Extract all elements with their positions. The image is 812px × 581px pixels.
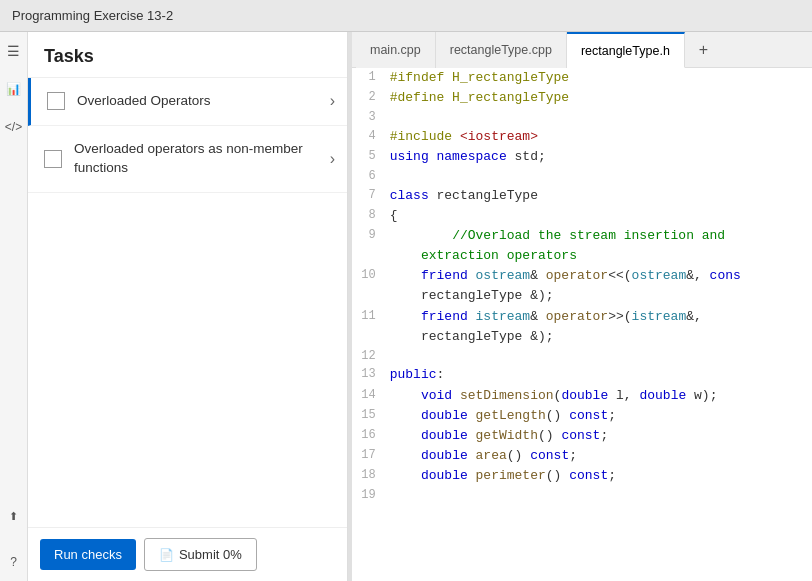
line-content: void setDimension(double l, double w); (386, 386, 812, 406)
line-number: 1 (352, 68, 386, 88)
line-number: 16 (352, 426, 386, 446)
line-content: #include <iostream> (386, 127, 812, 147)
code-line: 19 (352, 486, 812, 505)
line-number: 6 (352, 167, 386, 186)
code-line: 17 double area() const; (352, 446, 812, 466)
submit-label: Submit 0% (179, 547, 242, 562)
share-icon[interactable]: ⬆ (3, 505, 25, 527)
tasks-footer: Run checks 📄 Submit 0% (28, 527, 347, 581)
line-content (386, 167, 812, 186)
task-checkbox-1[interactable] (47, 92, 65, 110)
tab-rectangletype-cpp[interactable]: rectangleType.cpp (436, 32, 567, 68)
code-line: 9 //Overload the stream insertion and ex… (352, 226, 812, 266)
line-content: //Overload the stream insertion and extr… (386, 226, 812, 266)
code-line: 13 public: (352, 365, 812, 385)
add-tab-button[interactable]: + (689, 32, 718, 68)
code-line: 14 void setDimension(double l, double w)… (352, 386, 812, 406)
code-line: 7 class rectangleType (352, 186, 812, 206)
code-table: 1 #ifndef H_rectangleType 2 #define H_re… (352, 68, 812, 505)
line-number: 15 (352, 406, 386, 426)
line-number: 3 (352, 108, 386, 127)
line-content (386, 108, 812, 127)
code-line: 4 #include <iostream> (352, 127, 812, 147)
code-line: 1 #ifndef H_rectangleType (352, 68, 812, 88)
code-line: 18 double perimeter() const; (352, 466, 812, 486)
line-content: double perimeter() const; (386, 466, 812, 486)
line-number: 4 (352, 127, 386, 147)
submit-icon: 📄 (159, 548, 174, 562)
line-content: double getWidth() const; (386, 426, 812, 446)
icon-sidebar: ☰ 📊 </> ⬆ ? (0, 32, 28, 581)
submit-button[interactable]: 📄 Submit 0% (144, 538, 257, 571)
code-line: 5 using namespace std; (352, 147, 812, 167)
line-content: double getLength() const; (386, 406, 812, 426)
line-content (386, 347, 812, 366)
task-checkbox-2[interactable] (44, 150, 62, 168)
tab-rectangletype-h[interactable]: rectangleType.h (567, 32, 685, 68)
line-number: 8 (352, 206, 386, 226)
code-line: 6 (352, 167, 812, 186)
line-number: 11 (352, 307, 386, 347)
task-label-1: Overloaded Operators (77, 92, 322, 111)
line-number: 5 (352, 147, 386, 167)
line-number: 18 (352, 466, 386, 486)
tabs-bar: main.cpp rectangleType.cpp rectangleType… (352, 32, 812, 68)
help-icon[interactable]: ? (3, 551, 25, 573)
tasks-title: Tasks (44, 46, 94, 67)
line-number: 10 (352, 266, 386, 306)
window-title: Programming Exercise 13-2 (12, 8, 173, 23)
line-number: 9 (352, 226, 386, 266)
line-content: class rectangleType (386, 186, 812, 206)
code-icon[interactable]: </> (3, 116, 25, 138)
code-line: 15 double getLength() const; (352, 406, 812, 426)
line-content: using namespace std; (386, 147, 812, 167)
chart-icon[interactable]: 📊 (3, 78, 25, 100)
line-number: 2 (352, 88, 386, 108)
code-line: 2 #define H_rectangleType (352, 88, 812, 108)
task-chevron-2: › (330, 150, 335, 168)
line-number: 7 (352, 186, 386, 206)
line-content: #ifndef H_rectangleType (386, 68, 812, 88)
task-item[interactable]: Overloaded operators as non-member funct… (28, 126, 347, 193)
task-label-2: Overloaded operators as non-member funct… (74, 140, 322, 178)
tasks-header: Tasks (28, 32, 347, 78)
line-content: friend ostream& operator<<(ostream&, con… (386, 266, 812, 306)
line-number: 17 (352, 446, 386, 466)
code-line: 10 friend ostream& operator<<(ostream&, … (352, 266, 812, 306)
code-line: 3 (352, 108, 812, 127)
code-line: 11 friend istream& operator>>(istream&, … (352, 307, 812, 347)
line-content: { (386, 206, 812, 226)
task-item[interactable]: Overloaded Operators › (28, 78, 347, 126)
run-checks-button[interactable]: Run checks (40, 539, 136, 570)
tasks-list: Overloaded Operators › Overloaded operat… (28, 78, 347, 527)
line-number: 13 (352, 365, 386, 385)
line-content: #define H_rectangleType (386, 88, 812, 108)
tasks-list-icon[interactable]: ☰ (3, 40, 25, 62)
line-number: 14 (352, 386, 386, 406)
tasks-panel: Tasks Overloaded Operators › Overloaded … (28, 32, 348, 581)
line-content (386, 486, 812, 505)
line-number: 19 (352, 486, 386, 505)
code-line: 12 (352, 347, 812, 366)
line-number: 12 (352, 347, 386, 366)
task-chevron-1: › (330, 92, 335, 110)
tab-main-cpp[interactable]: main.cpp (356, 32, 436, 68)
code-editor[interactable]: 1 #ifndef H_rectangleType 2 #define H_re… (352, 68, 812, 581)
line-content: public: (386, 365, 812, 385)
editor-area: main.cpp rectangleType.cpp rectangleType… (352, 32, 812, 581)
line-content: friend istream& operator>>(istream&, rec… (386, 307, 812, 347)
top-bar: Programming Exercise 13-2 (0, 0, 812, 32)
code-line: 16 double getWidth() const; (352, 426, 812, 446)
line-content: double area() const; (386, 446, 812, 466)
code-line: 8 { (352, 206, 812, 226)
